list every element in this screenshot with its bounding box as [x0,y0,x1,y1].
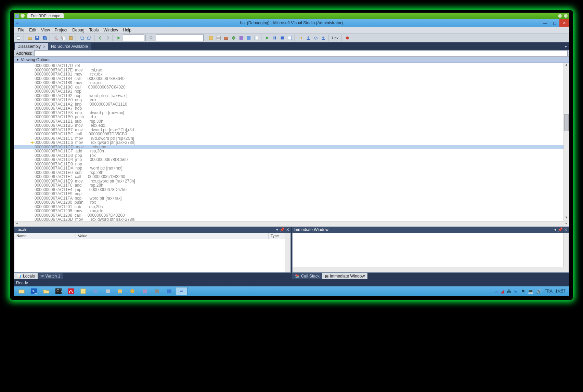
panel-dropdown-icon[interactable]: ▾ [554,227,556,232]
task-app6-icon[interactable] [151,287,163,295]
tray-flag-icon[interactable]: ⚑ [521,289,525,294]
disasm-line[interactable]: 0000000067AC11E4 call 0000000067D43260 [14,175,563,179]
continue-icon[interactable] [264,35,271,41]
menu-tools[interactable]: Tools [87,27,101,33]
task-app3-icon[interactable] [114,287,126,295]
disasm-line[interactable]: 0000000067AC11CF add rsp,30h [14,149,563,153]
task-avira-icon[interactable] [65,287,77,295]
disasm-line[interactable]: 0000000067AC118C call 0000000067C84020 [14,85,563,90]
disasm-line[interactable]: 0000000067AC11B0 push rbx [14,115,563,119]
task-app7-icon[interactable] [164,287,175,295]
tray-network-icon[interactable]: 💻 [528,289,533,294]
pause-icon[interactable] [271,35,278,41]
save-all-icon[interactable] [41,35,48,41]
disasm-line[interactable]: 0000000067AC1189 mov rcx,rsi [14,81,563,85]
col-type[interactable]: Type [269,233,285,239]
disasm-line[interactable]: 0000000067AC11BC call 0000000067D35CB0 [14,132,563,136]
col-value[interactable]: Value [76,233,269,239]
tab-no-source[interactable]: No Source Available [48,43,91,50]
task-folder-icon[interactable] [40,287,52,295]
disasm-line[interactable]: 0000000067AC1191 nop [14,89,563,94]
disasm-line[interactable]: 0000000067AC120D mov rcx,qword ptr [rax+… [14,217,563,221]
disasm-line[interactable]: 0000000067AC1205 mov rbx,rdx [14,209,563,213]
tray-language[interactable]: FRA [544,289,553,294]
disasm-line[interactable]: 0000000067AC11F4 jmp 00000000678D6750 [14,188,563,192]
config-dropdown[interactable] [123,35,144,41]
menu-view[interactable]: View [39,27,52,33]
copy-icon[interactable] [60,35,67,41]
locals-scrollbar[interactable] [285,233,290,272]
tabs-overflow-icon[interactable]: ▾ [563,43,569,50]
menu-edit[interactable]: Edit [27,27,39,33]
tab-immediate[interactable]: ▤ Immediate Window [322,273,367,279]
properties-icon[interactable] [215,35,222,41]
menu-help[interactable]: Help [120,27,134,33]
scroll-right-icon[interactable]: ▸ [563,221,569,227]
tray-shield-icon[interactable]: ⛨ [514,289,518,294]
stop-icon[interactable] [279,35,286,41]
disasm-line[interactable]: 0000000067AC1200 push rbx [14,200,563,205]
tab-locals[interactable]: 📊 Locals [14,273,38,279]
restart-icon[interactable] [286,35,293,41]
menu-window[interactable]: Window [101,27,121,33]
cut-icon[interactable] [52,35,59,41]
panel-pin-icon[interactable]: 📌 [280,227,285,232]
start-page-icon[interactable] [238,35,245,41]
object-browser-icon[interactable] [230,35,237,41]
disassembly-view[interactable]: 0000000067AC117D ret 0000000067AC117E mo… [14,63,563,221]
scroll-left-icon[interactable]: ◂ [14,221,20,227]
disasm-line[interactable]: 0000000067AC11B5 mov ebx,edx [14,123,563,128]
menu-file[interactable]: File [15,27,27,33]
host-close[interactable] [563,14,568,18]
disasm-line[interactable]: 0000000067AC1181 mov rcx,rbx [14,72,563,77]
hex-toggle[interactable]: Hex [331,36,340,40]
task-notes-icon[interactable] [77,287,89,295]
nav-back-icon[interactable] [97,35,104,41]
find-icon[interactable] [148,35,155,41]
menu-debug[interactable]: Debug [70,27,87,33]
breakpoints-icon[interactable] [344,35,351,41]
col-name[interactable]: Name [14,233,76,239]
tray-vs-icon[interactable]: ∞ [495,289,498,294]
task-explorer-icon[interactable] [16,287,27,295]
immediate-scrollbar[interactable] [563,233,569,267]
toolbox-icon[interactable] [223,35,230,41]
task-app4-icon[interactable] [127,287,138,295]
disasm-line[interactable]: 0000000067AC117D ret [14,64,563,68]
class-view-icon[interactable] [245,35,252,41]
disasm-line[interactable]: 0000000067AC11D4 jmp 00000000678DC560 [14,158,563,162]
task-app5-icon[interactable] [139,287,151,295]
save-icon[interactable] [34,35,41,41]
disasm-line[interactable]: 0000000067AC11F0 add rsp,28h [14,183,563,188]
task-cmd-icon[interactable]: C:\ [53,287,64,295]
find-dropdown[interactable] [156,35,204,41]
disasm-line[interactable]: 0000000067AC11A0 neg edx [14,98,563,102]
paste-icon[interactable] [67,35,74,41]
nav-fwd-icon[interactable] [104,35,111,41]
task-app2-icon[interactable] [102,287,114,295]
disasm-line[interactable]: 0000000067AC11A2 jmp 0000000067AC1110 [14,102,563,107]
tray-clock[interactable]: 14:57 [555,289,566,294]
disasm-line[interactable]: ➔0000000067AC11C6 mov rcx,qword ptr [rax… [14,140,563,145]
task-vs-icon[interactable]: ∞ [176,287,187,295]
panel-close-icon[interactable]: ✕ [286,227,289,232]
immediate-hscroll[interactable] [293,267,569,272]
step-over-icon[interactable] [312,35,319,41]
disasm-line[interactable]: 0000000067AC11A7 nop [14,106,563,111]
panel-close-icon[interactable]: ✕ [564,227,568,232]
immediate-textarea[interactable] [293,233,563,267]
step-into-icon[interactable] [305,35,312,41]
disasm-line[interactable]: 0000000067AC11DA nop word ptr [rax+rax] [14,166,563,171]
disasm-line[interactable]: 0000000067AC1192 nop word ptr cs:[rax+ra… [14,94,563,98]
task-app1-icon[interactable] [90,287,101,295]
vertical-scrollbar[interactable]: ▲ ▼ [563,63,569,221]
new-project-icon[interactable] [15,35,22,41]
panel-dropdown-icon[interactable]: ▾ [276,227,278,232]
horizontal-scrollbar[interactable]: ◂ ▸ [14,221,569,227]
disasm-line[interactable]: 0000000067AC11A8 nop dword ptr [rax+rax] [14,111,563,115]
tray-printer-icon[interactable]: 🖶 [507,289,511,294]
menu-project[interactable]: Project [52,27,70,33]
host-minimize[interactable] [558,14,562,18]
tab-disassembly[interactable]: Disassembly✕ [15,43,48,50]
tab-callstack[interactable]: 📚 Call Stack [292,273,322,279]
